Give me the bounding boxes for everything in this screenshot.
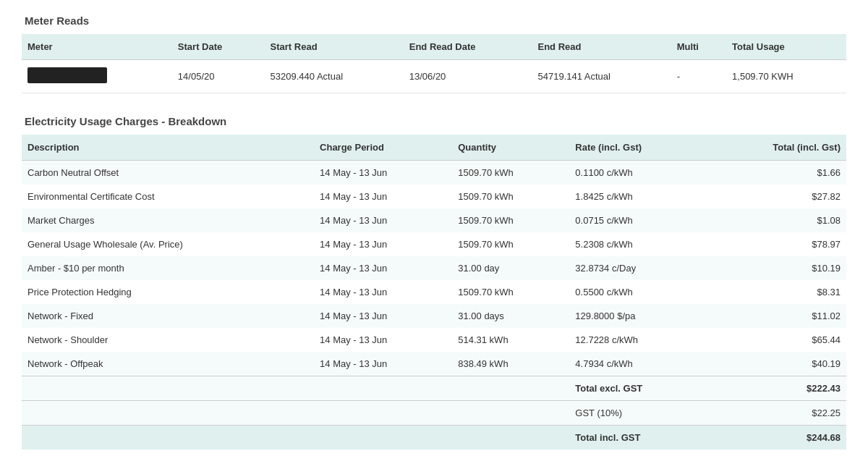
quantity-cell: 31.00 day <box>452 256 569 280</box>
total-cell: $65.44 <box>707 328 846 352</box>
description-cell: Network - Shoulder <box>22 328 314 352</box>
usage-charges-table: Description Charge Period Quantity Rate … <box>22 135 846 449</box>
rate-cell: 1.8425 c/kWh <box>569 185 707 208</box>
end-read-cell: 54719.141 Actual <box>532 60 671 93</box>
total-excl-gst-label: Total excl. GST <box>569 376 707 401</box>
description-cell: Environmental Certificate Cost <box>22 185 314 208</box>
empty-cell-3 <box>452 376 569 401</box>
rate-cell: 5.2308 c/kWh <box>569 232 707 256</box>
charge-period-cell: 14 May - 13 Jun <box>314 280 452 304</box>
meter-reads-table: Meter Start Date Start Read End Read Dat… <box>22 34 846 93</box>
charge-period-cell: 14 May - 13 Jun <box>314 256 452 280</box>
empty-cell-5 <box>314 401 452 426</box>
empty-cell-1 <box>22 376 314 401</box>
quantity-cell: 514.31 kWh <box>452 328 569 352</box>
usage-table-row: Network - Fixed14 May - 13 Jun31.00 days… <box>22 304 846 328</box>
quantity-cell: 1509.70 kWh <box>452 208 569 232</box>
meter-reads-section: Meter Reads Meter Start Date Start Read … <box>22 14 846 93</box>
quantity-col-header: Quantity <box>452 135 569 161</box>
description-cell: Price Protection Hedging <box>22 280 314 304</box>
usage-table-row: Market Charges14 May - 13 Jun1509.70 kWh… <box>22 208 846 232</box>
description-col-header: Description <box>22 135 314 161</box>
empty-cell-8 <box>314 426 452 450</box>
end-read-date-cell: 13/06/20 <box>404 60 532 93</box>
total-excl-gst-row: Total excl. GST $222.43 <box>22 376 846 401</box>
description-cell: General Usage Wholesale (Av. Price) <box>22 232 314 256</box>
start-date-col-header: Start Date <box>172 34 265 60</box>
start-date-cell: 14/05/20 <box>172 60 265 93</box>
gst-label: GST (10%) <box>569 401 707 426</box>
description-cell: Market Charges <box>22 208 314 232</box>
meter-id-cell <box>22 60 172 93</box>
meter-id-block <box>27 67 107 83</box>
usage-table-row: Amber - $10 per month14 May - 13 Jun31.0… <box>22 256 846 280</box>
total-cell: $1.66 <box>707 161 846 185</box>
usage-table-row: Network - Shoulder14 May - 13 Jun514.31 … <box>22 328 846 352</box>
rate-cell: 32.8734 c/Day <box>569 256 707 280</box>
empty-cell-9 <box>452 426 569 450</box>
quantity-cell: 1509.70 kWh <box>452 161 569 185</box>
meter-col-header: Meter <box>22 34 172 60</box>
start-read-col-header: Start Read <box>265 34 404 60</box>
usage-table-row: Price Protection Hedging14 May - 13 Jun1… <box>22 280 846 304</box>
total-incl-gst-row: Total incl. GST $244.68 <box>22 426 846 450</box>
total-incl-gst-label: Total incl. GST <box>569 426 707 450</box>
gst-row: GST (10%) $22.25 <box>22 401 846 426</box>
quantity-cell: 1509.70 kWh <box>452 185 569 208</box>
rate-col-header: Rate (incl. Gst) <box>569 135 707 161</box>
usage-table-header-row: Description Charge Period Quantity Rate … <box>22 135 846 161</box>
total-cell: $8.31 <box>707 280 846 304</box>
charge-period-col-header: Charge Period <box>314 135 452 161</box>
end-read-date-col-header: End Read Date <box>404 34 532 60</box>
charge-period-cell: 14 May - 13 Jun <box>314 304 452 328</box>
description-cell: Network - Fixed <box>22 304 314 328</box>
total-incl-gst-amount: $244.68 <box>707 426 846 450</box>
description-cell: Amber - $10 per month <box>22 256 314 280</box>
charge-period-cell: 14 May - 13 Jun <box>314 328 452 352</box>
multi-col-header: Multi <box>671 34 726 60</box>
charge-period-cell: 14 May - 13 Jun <box>314 232 452 256</box>
electricity-charges-section: Electricity Usage Charges - Breakdown De… <box>22 115 846 449</box>
rate-cell: 0.5500 c/kWh <box>569 280 707 304</box>
total-cell: $11.02 <box>707 304 846 328</box>
quantity-cell: 1509.70 kWh <box>452 232 569 256</box>
meter-reads-row: 14/05/20 53209.440 Actual 13/06/20 54719… <box>22 60 846 93</box>
meter-reads-title: Meter Reads <box>22 14 846 27</box>
charge-period-cell: 14 May - 13 Jun <box>314 161 452 185</box>
total-excl-gst-amount: $222.43 <box>707 376 846 401</box>
empty-cell-4 <box>22 401 314 426</box>
description-cell: Carbon Neutral Offset <box>22 161 314 185</box>
charge-period-cell: 14 May - 13 Jun <box>314 185 452 208</box>
total-cell: $27.82 <box>707 185 846 208</box>
total-usage-cell: 1,509.70 KWH <box>726 60 846 93</box>
usage-table-row: Environmental Certificate Cost14 May - 1… <box>22 185 846 208</box>
total-cell: $40.19 <box>707 352 846 376</box>
empty-cell-2 <box>314 376 452 401</box>
multi-cell: - <box>671 60 726 93</box>
total-usage-col-header: Total Usage <box>726 34 846 60</box>
charge-period-cell: 14 May - 13 Jun <box>314 208 452 232</box>
total-col-header: Total (incl. Gst) <box>707 135 846 161</box>
usage-table-row: Carbon Neutral Offset14 May - 13 Jun1509… <box>22 161 846 185</box>
meter-table-header-row: Meter Start Date Start Read End Read Dat… <box>22 34 846 60</box>
rate-cell: 129.8000 $/pa <box>569 304 707 328</box>
electricity-charges-title: Electricity Usage Charges - Breakdown <box>22 115 846 127</box>
usage-table-row: Network - Offpeak14 May - 13 Jun838.49 k… <box>22 352 846 376</box>
total-cell: $10.19 <box>707 256 846 280</box>
end-read-col-header: End Read <box>532 34 671 60</box>
rate-cell: 12.7228 c/kWh <box>569 328 707 352</box>
quantity-cell: 31.00 days <box>452 304 569 328</box>
total-cell: $1.08 <box>707 208 846 232</box>
start-read-cell: 53209.440 Actual <box>265 60 404 93</box>
description-cell: Network - Offpeak <box>22 352 314 376</box>
empty-cell-6 <box>452 401 569 426</box>
usage-table-row: General Usage Wholesale (Av. Price)14 Ma… <box>22 232 846 256</box>
rate-cell: 0.0715 c/kWh <box>569 208 707 232</box>
charge-period-cell: 14 May - 13 Jun <box>314 352 452 376</box>
quantity-cell: 838.49 kWh <box>452 352 569 376</box>
rate-cell: 0.1100 c/kWh <box>569 161 707 185</box>
rate-cell: 4.7934 c/kWh <box>569 352 707 376</box>
total-cell: $78.97 <box>707 232 846 256</box>
quantity-cell: 1509.70 kWh <box>452 280 569 304</box>
empty-cell-7 <box>22 426 314 450</box>
